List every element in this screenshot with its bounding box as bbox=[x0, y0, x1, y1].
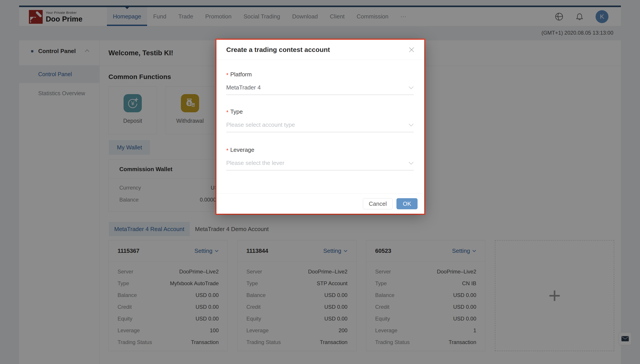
required-asterisk: * bbox=[226, 109, 229, 116]
platform-field-label: * Platform bbox=[226, 71, 414, 78]
chevron-down-icon bbox=[408, 162, 414, 165]
type-select[interactable]: Please select account type bbox=[226, 122, 414, 132]
modal-body: * Platform MetaTrader 4 * Type Please se… bbox=[217, 71, 424, 170]
ok-button[interactable]: OK bbox=[396, 198, 417, 209]
modal-header: Create a trading contest account bbox=[217, 40, 424, 60]
leverage-select[interactable]: Please select the lever bbox=[226, 160, 414, 170]
leverage-field-label: * Leverage bbox=[226, 146, 414, 153]
annotation-highlight-box: Create a trading contest account * Platf… bbox=[215, 38, 425, 215]
chevron-down-icon bbox=[408, 86, 414, 89]
platform-select[interactable]: MetaTrader 4 bbox=[226, 84, 414, 95]
close-icon[interactable] bbox=[409, 47, 414, 52]
select-value: MetaTrader 4 bbox=[226, 84, 261, 91]
chevron-down-icon bbox=[408, 124, 414, 126]
modal-title: Create a trading contest account bbox=[226, 46, 330, 54]
create-contest-account-modal: Create a trading contest account * Platf… bbox=[217, 40, 424, 214]
page: Your Private Broker Doo Prime Homepage F… bbox=[0, 0, 640, 364]
select-placeholder: Please select the lever bbox=[226, 160, 284, 166]
field-label-text: Platform bbox=[230, 71, 252, 78]
field-label-text: Leverage bbox=[230, 146, 254, 153]
field-label-text: Type bbox=[230, 108, 243, 115]
type-field-label: * Type bbox=[226, 108, 414, 115]
modal-footer: Cancel OK bbox=[217, 194, 424, 214]
required-asterisk: * bbox=[226, 72, 229, 78]
required-asterisk: * bbox=[226, 147, 229, 154]
select-placeholder: Please select account type bbox=[226, 122, 295, 128]
cancel-button[interactable]: Cancel bbox=[363, 198, 393, 209]
